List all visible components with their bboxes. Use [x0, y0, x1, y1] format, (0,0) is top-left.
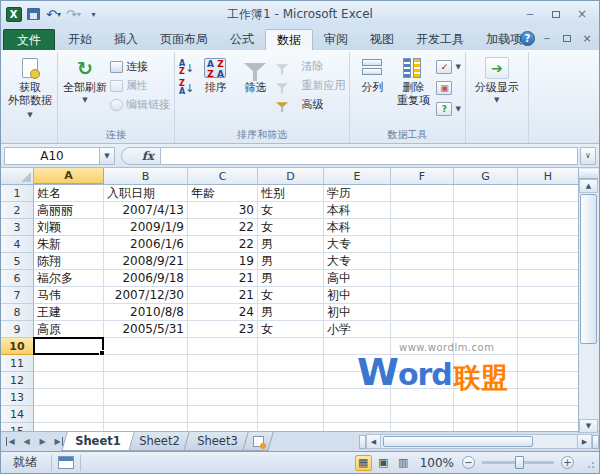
cell-C8[interactable]: 24 [188, 304, 258, 321]
previous-sheet-icon[interactable]: ◀ [19, 434, 34, 449]
cell-B14[interactable] [104, 406, 188, 423]
cell-G8[interactable] [454, 304, 518, 321]
cell-E2[interactable]: 本科 [324, 202, 391, 219]
zoom-level[interactable]: 100% [420, 456, 454, 470]
zoom-out-icon[interactable]: − [462, 456, 475, 469]
column-header-F[interactable]: F [391, 168, 454, 184]
row-header-15[interactable]: 15 [1, 423, 34, 431]
cell-A7[interactable]: 马伟 [34, 287, 104, 304]
vertical-scrollbar[interactable]: ▲ ▼ [578, 169, 598, 433]
tab-文件[interactable]: 文件 [3, 29, 55, 50]
workbook-restore-icon[interactable] [559, 31, 575, 46]
sort-button[interactable]: AZZA 排序 [196, 54, 234, 94]
tab-审阅[interactable]: 审阅 [313, 29, 359, 50]
cell-B5[interactable]: 2008/9/21 [104, 253, 188, 270]
expand-formula-bar-icon[interactable]: ∨ [580, 147, 596, 165]
insert-worksheet-button[interactable] [242, 432, 273, 451]
cell-B9[interactable]: 2005/5/31 [104, 321, 188, 338]
cell-F2[interactable] [391, 202, 454, 219]
cell-H7[interactable] [518, 287, 579, 304]
cell-A11[interactable] [34, 355, 104, 372]
cell-B11[interactable] [104, 355, 188, 372]
column-header-E[interactable]: E [324, 168, 391, 184]
cell-D11[interactable] [258, 355, 324, 372]
cell-B13[interactable] [104, 389, 188, 406]
cell-G11[interactable] [454, 355, 518, 372]
cell-F14[interactable] [391, 406, 454, 423]
cell-B10[interactable] [104, 338, 188, 355]
row-header-1[interactable]: 1 [1, 185, 34, 202]
vertical-scroll-thumb[interactable] [580, 194, 597, 344]
row-header-8[interactable]: 8 [1, 304, 34, 321]
cell-H1[interactable] [518, 185, 579, 202]
cell-G6[interactable] [454, 270, 518, 287]
cell-B6[interactable]: 2006/9/18 [104, 270, 188, 287]
cell-C10[interactable] [188, 338, 258, 355]
cell-E6[interactable]: 高中 [324, 270, 391, 287]
cell-H9[interactable] [518, 321, 579, 338]
cell-D12[interactable] [258, 372, 324, 389]
column-header-C[interactable]: C [188, 168, 258, 184]
cell-E13[interactable] [324, 389, 391, 406]
cell-A3[interactable]: 刘颖 [34, 219, 104, 236]
workbook-minimize-icon[interactable]: ─ [539, 31, 555, 46]
column-header-A[interactable]: A [34, 168, 104, 184]
cell-D3[interactable]: 女 [258, 219, 324, 236]
row-header-6[interactable]: 6 [1, 270, 34, 287]
cell-B12[interactable] [104, 372, 188, 389]
cell-H8[interactable] [518, 304, 579, 321]
cell-C1[interactable]: 年龄 [188, 185, 258, 202]
cell-H12[interactable] [518, 372, 579, 389]
zoom-slider-thumb[interactable] [515, 456, 524, 469]
column-header-G[interactable]: G [454, 168, 518, 184]
row-header-11[interactable]: 11 [1, 355, 34, 372]
cell-C4[interactable]: 22 [188, 236, 258, 253]
cell-D4[interactable]: 男 [258, 236, 324, 253]
row-header-12[interactable]: 12 [1, 372, 34, 389]
get-external-data-button[interactable]: 获取 外部数据 ▼ [7, 54, 53, 122]
normal-view-button[interactable]: ▦ [355, 455, 372, 471]
row-header-4[interactable]: 4 [1, 236, 34, 253]
minimize-ribbon-icon[interactable]: ∧ [500, 31, 516, 46]
cell-C15[interactable] [188, 423, 258, 431]
cell-F5[interactable] [391, 253, 454, 270]
cell-G2[interactable] [454, 202, 518, 219]
scroll-left-icon[interactable]: ◀ [366, 434, 381, 449]
column-header-H[interactable]: H [518, 168, 579, 184]
row-header-14[interactable]: 14 [1, 406, 34, 423]
vertical-split-handle[interactable] [579, 169, 598, 179]
cell-G7[interactable] [454, 287, 518, 304]
edit-links-button[interactable]: 编辑链接 [110, 95, 170, 114]
row-header-2[interactable]: 2 [1, 202, 34, 219]
cell-D7[interactable]: 女 [258, 287, 324, 304]
cell-H5[interactable] [518, 253, 579, 270]
cell-B4[interactable]: 2006/1/6 [104, 236, 188, 253]
page-break-view-button[interactable]: ▥ [395, 455, 412, 471]
cell-E10[interactable] [324, 338, 391, 355]
resize-grip[interactable] [583, 457, 595, 469]
tab-split-handle[interactable] [359, 435, 366, 449]
cell-A15[interactable] [34, 423, 104, 431]
cell-G1[interactable] [454, 185, 518, 202]
cell-B1[interactable]: 入职日期 [104, 185, 188, 202]
connections-button[interactable]: 连接 [110, 57, 170, 76]
cell-F3[interactable] [391, 219, 454, 236]
insert-function-button[interactable]: fx [121, 147, 161, 165]
page-layout-view-button[interactable]: ▣ [375, 455, 392, 471]
cell-B8[interactable]: 2010/8/8 [104, 304, 188, 321]
cell-F11[interactable] [391, 355, 454, 372]
cell-D15[interactable] [258, 423, 324, 431]
zoom-in-icon[interactable]: + [561, 456, 574, 469]
row-header-10[interactable]: 10 [1, 338, 34, 355]
cell-A6[interactable]: 福尔多 [34, 270, 104, 287]
sheet-tab-Sheet1[interactable]: Sheet1 [61, 432, 134, 451]
sheet-tab-Sheet3[interactable]: Sheet3 [183, 432, 251, 451]
cell-D10[interactable] [258, 338, 324, 355]
tab-视图[interactable]: 视图 [359, 29, 405, 50]
name-box[interactable]: A10 [4, 147, 100, 165]
formula-input[interactable] [161, 147, 578, 165]
cell-F9[interactable] [391, 321, 454, 338]
macro-record-icon[interactable] [58, 456, 74, 469]
cell-G3[interactable] [454, 219, 518, 236]
cell-F12[interactable] [391, 372, 454, 389]
